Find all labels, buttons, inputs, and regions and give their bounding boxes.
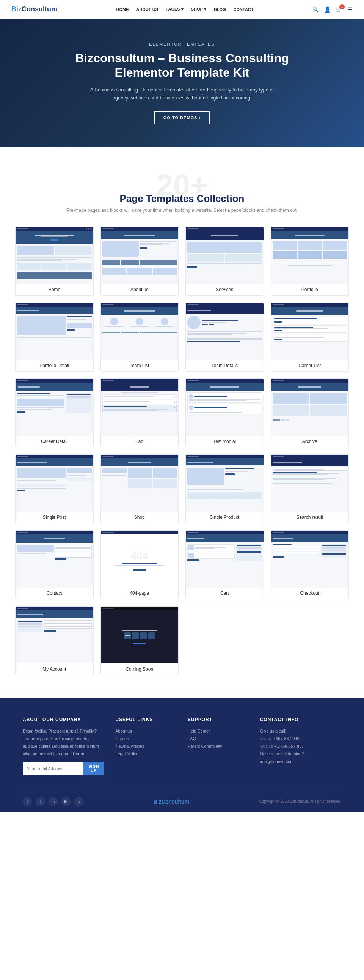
nav-contact[interactable]: CONTACT: [234, 7, 254, 12]
template-card-team-details[interactable]: Team Details: [185, 302, 264, 372]
menu-icon[interactable]: ☰: [348, 6, 353, 13]
template-card-search-result[interactable]: Search result: [271, 454, 349, 523]
template-label: Coming Soon: [101, 663, 179, 675]
template-card-cart[interactable]: Cart: [185, 530, 264, 599]
template-label: Team Details: [186, 360, 264, 371]
footer-bottom: f t in ▶ p BizConsultum Copyright © 2023…: [23, 791, 341, 812]
template-card-shop[interactable]: Shop: [100, 454, 179, 523]
logo[interactable]: BizConsultum: [11, 5, 57, 13]
template-label: Career Detail: [16, 436, 93, 447]
cart-icon[interactable]: 🛒 1: [336, 6, 342, 13]
template-card-faq[interactable]: + + −: [100, 379, 179, 447]
template-card-single-product[interactable]: Single Product: [185, 454, 264, 523]
template-label: Team List: [101, 360, 179, 371]
social-linkedin[interactable]: in: [49, 797, 58, 806]
footer-link-help[interactable]: Help Center: [188, 728, 249, 735]
template-card-my-account[interactable]: My Account: [15, 606, 93, 675]
footer-about-col: ABOUT OUR COMPANY Etiam facilisi. Praese…: [23, 717, 104, 775]
template-label: Single Product: [186, 512, 264, 523]
footer-phone: PHONE +657-887-090: [260, 735, 341, 743]
template-label: 404-page: [101, 587, 179, 599]
footer-project-text: Have a project in mind?: [260, 750, 341, 758]
footer-email-row: SIGN UP: [23, 762, 104, 775]
footer-about-title: ABOUT OUR COMPANY: [23, 717, 104, 722]
template-label: Faq: [101, 436, 179, 447]
template-label: About us: [101, 284, 179, 295]
hero-section: ELEMENTOR TEMPLATES Bizconsultum – Busin…: [0, 19, 364, 147]
footer-useful-title: USEFUL LINKS: [115, 717, 176, 722]
footer-contact-call: Give us a call!: [260, 728, 341, 735]
search-icon[interactable]: 🔍: [312, 6, 319, 13]
template-card-career-detail[interactable]: Career Detail: [15, 379, 93, 447]
footer-link-community[interactable]: Parent Community: [188, 743, 249, 750]
nav-pages[interactable]: PAGES ▾: [166, 7, 184, 12]
cart-badge: 1: [339, 4, 345, 10]
template-label: Cart: [186, 587, 264, 599]
nav-blog[interactable]: BLOG: [214, 7, 226, 12]
social-facebook[interactable]: f: [23, 797, 32, 806]
template-label: Services: [186, 284, 264, 295]
navbar: BizConsultum HOME ABOUT US PAGES ▾ SHOP …: [0, 0, 364, 19]
template-card-portfolio-detail[interactable]: Portfolio Detail: [15, 302, 93, 372]
template-label: Portfolio Detail: [16, 360, 93, 371]
section-title: Page Templates Collection: [15, 193, 349, 205]
template-card-archive[interactable]: Archive: [271, 379, 349, 447]
footer-link-faq[interactable]: FAQ: [188, 735, 249, 743]
footer-link-careers[interactable]: Careers: [115, 735, 176, 743]
template-card-services[interactable]: Services: [185, 227, 264, 296]
footer-about-text: Etiam facilisi. Praesent turpis? Fringil…: [23, 728, 104, 757]
template-card-single-post[interactable]: Single Post: [15, 454, 93, 523]
navbar-icons: 🔍 👤 🛒 1 ☰: [312, 6, 353, 13]
footer: ABOUT OUR COMPANY Etiam facilisi. Praese…: [0, 698, 364, 812]
nav-shop[interactable]: SHOP ▾: [191, 7, 206, 12]
footer-link-legal[interactable]: Legal Notice: [115, 750, 176, 758]
template-label: Portfolio: [271, 284, 349, 295]
nav-home[interactable]: HOME: [116, 7, 128, 12]
template-card-home[interactable]: Home: [15, 227, 93, 296]
template-label: Career List: [271, 360, 349, 371]
template-card-testimonial[interactable]: Testimonial: [185, 379, 264, 447]
footer-useful-col: USEFUL LINKS About us Careers News & Art…: [115, 717, 176, 775]
nav-about[interactable]: ABOUT US: [136, 7, 158, 12]
footer-email-link[interactable]: info@domain.com: [260, 758, 341, 765]
template-label: My Account: [16, 663, 93, 675]
template-card-coming-soon[interactable]: Coming Soon: [100, 606, 179, 675]
footer-support-col: SUPPORT Help Center FAQ Parent Community: [188, 717, 249, 775]
footer-social: f t in ▶ p: [23, 797, 84, 806]
templates-grid: Home: [15, 227, 349, 675]
footer-link-about[interactable]: About us: [115, 728, 176, 735]
template-label: Single Post: [16, 512, 93, 523]
nav-menu: HOME ABOUT US PAGES ▾ SHOP ▾ BLOG CONTAC…: [116, 7, 253, 12]
footer-mobile: MOBILE +1(456)657-887: [260, 743, 341, 750]
social-youtube[interactable]: ▶: [62, 797, 71, 806]
footer-support-title: SUPPORT: [188, 717, 249, 722]
user-icon[interactable]: 👤: [324, 6, 331, 13]
template-card-about[interactable]: About us: [100, 227, 179, 296]
template-card-career-list[interactable]: Career List: [271, 302, 349, 372]
template-label: Archive: [271, 436, 349, 447]
template-label: Search result: [271, 512, 349, 523]
template-card-team-list[interactable]: Team List: [100, 302, 179, 372]
templates-section: 20+ Page Templates Collection Pre-made p…: [0, 147, 364, 698]
hero-cta-button[interactable]: GO TO DEMOS ›: [154, 111, 210, 124]
template-card-portfolio[interactable]: Portfolio: [271, 227, 349, 296]
footer-email-input[interactable]: [23, 762, 84, 775]
footer-contact-title: CONTACT INFO: [260, 717, 341, 722]
template-label: Home: [16, 284, 93, 295]
hero-label: ELEMENTOR TEMPLATES: [15, 42, 349, 46]
footer-logo: BizConsultum: [154, 799, 189, 805]
template-card-contact[interactable]: Contact: [15, 530, 93, 599]
social-pinterest[interactable]: p: [74, 797, 84, 806]
footer-contact-col: CONTACT INFO Give us a call! PHONE +657-…: [260, 717, 341, 775]
hero-subtitle: A Business consulting Elementor Template…: [87, 86, 277, 102]
hero-title: Bizconsultum – Business ConsultingElemen…: [15, 51, 349, 80]
template-label: Testimonial: [186, 436, 264, 447]
footer-copyright: Copyright © 2023 BizConsult. All rights …: [260, 799, 341, 803]
social-twitter[interactable]: t: [36, 797, 45, 806]
template-card-404[interactable]: 404 404-page: [100, 530, 179, 599]
template-label: Checkout: [271, 587, 349, 599]
section-subtitle: Pre-made pages and blocks will save your…: [15, 208, 349, 213]
template-card-checkout[interactable]: Checkout: [271, 530, 349, 599]
footer-signup-button[interactable]: SIGN UP: [84, 762, 104, 775]
footer-link-news[interactable]: News & Articles: [115, 743, 176, 750]
